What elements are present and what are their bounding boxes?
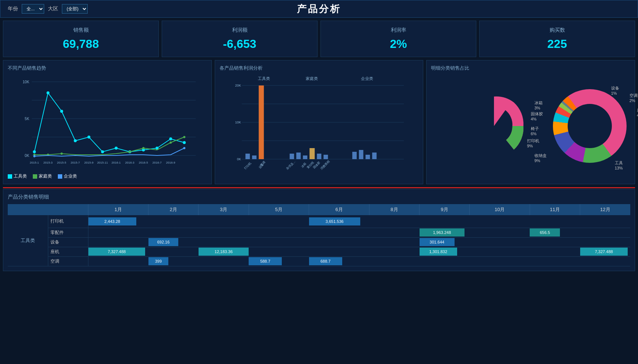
svg-point-30 [183,141,186,144]
svg-point-24 [101,150,104,153]
svg-text:10K: 10K [235,120,241,124]
svg-text:10K: 10K [23,80,29,84]
page-title: 产品分析 [297,3,341,15]
red-divider [3,187,635,188]
table-row: 设备 692.16 301.644 [8,237,630,247]
svg-point-29 [169,137,172,140]
line-chart-title: 不同产品销售趋势 [8,65,207,71]
region-label: 大区 [48,6,58,12]
svg-point-39 [183,147,185,149]
header: 年份 全... 大区 (全部) 产品分析 [0,0,638,18]
table-row: 零配件 1,963.248 656.5 [8,228,630,237]
svg-text:工具类: 工具类 [257,76,270,81]
col-9m: 9月 [420,204,470,215]
svg-text:2015-9: 2015-9 [84,161,94,164]
svg-rect-57 [309,148,315,159]
legend-home: 家庭类 [39,173,52,179]
col-category [8,204,48,215]
svg-point-21 [60,110,63,113]
year-label: 年份 [8,6,18,12]
svg-point-33 [60,153,63,155]
svg-point-20 [46,91,49,94]
svg-text:0K: 0K [237,157,241,161]
svg-rect-54 [290,154,294,159]
svg-rect-56 [303,155,307,159]
svg-text:2015-11: 2015-11 [97,161,108,164]
svg-point-25 [115,147,118,150]
svg-text:2015-3: 2015-3 [43,161,53,164]
svg-rect-62 [365,155,370,159]
svg-rect-60 [352,152,357,159]
bar-chart-title: 各产品销售利润分析 [220,65,419,71]
legend-tools: 工具类 [14,173,27,179]
svg-text:20K: 20K [235,84,241,87]
svg-rect-63 [372,153,376,159]
table-row: 空调 399 588.7 688.7 [8,256,630,266]
svg-text:2016-3: 2016-3 [125,161,134,164]
bar-chart-panel: 各产品销售利润分析 工具类 家庭类 企业类 20K 10K 0K [215,60,424,184]
col-11m: 11月 [530,204,580,215]
svg-point-38 [33,155,35,157]
svg-text:5K: 5K [25,117,29,121]
charts-row: 不同产品销售趋势 10K 5K 0K 2015-1 2015-3 2015-5 … [0,60,638,187]
cell-1m-printer: 2,443.28 [88,215,148,228]
region-select[interactable]: (全部) [62,4,88,14]
col-5m: 5月 [249,204,309,215]
kpi-card: 销售额 69,788 [3,21,159,57]
year-select[interactable]: 全... [22,4,44,14]
svg-point-35 [142,147,144,149]
svg-rect-51 [245,154,250,159]
table-title: 产品分类销售明细 [8,194,630,200]
svg-point-36 [169,141,172,144]
svg-rect-53 [259,85,264,159]
kpi-card: 购买数 225 [479,21,635,57]
line-chart-legend: 工具类 家庭类 企业类 [8,173,207,179]
svg-text:2016-7: 2016-7 [153,161,162,164]
svg-rect-58 [317,154,321,159]
svg-rect-52 [252,155,256,159]
svg-point-37 [183,136,185,138]
svg-text:家庭类: 家庭类 [305,76,318,81]
svg-text:2015-1: 2015-1 [30,161,39,164]
donut-chart: 设备1% 空调2% 冰箱3% 固体胶4% 椅子6% 打印机9% 收纳盒9% 工具… [431,74,630,178]
svg-text:0K: 0K [25,154,29,158]
kpi-card: 利润率 2% [320,21,476,57]
col-10m: 10月 [470,204,530,215]
svg-text:2015-5: 2015-5 [57,161,66,164]
category-tools: 工具类 [8,215,48,266]
svg-text:消费酒精: 消费酒精 [320,160,330,171]
svg-point-34 [129,151,131,153]
svg-text:企业类: 企业类 [361,76,373,81]
col-12m: 12月 [580,204,630,215]
kpi-row: 销售额 69,788 利润额 -6,653 利润率 2% 购买数 225 [0,18,638,60]
donut-chart-title: 明细分类销售占比 [431,65,630,71]
svg-text:打印机: 打印机 [243,162,252,171]
bar-chart: 工具类 家庭类 企业类 20K 10K 0K [220,74,419,178]
sub-deskphone: 座机 [48,247,88,256]
svg-point-19 [33,150,36,153]
table-row: 工具类 打印机 2,443.28 3,651.536 [8,215,630,228]
donut-chart-panel: 明细分类销售占比 设备1% 空调2% 冰箱3% [426,60,635,184]
filter-group: 年份 全... 大区 (全部) [8,4,88,14]
svg-rect-59 [323,155,328,159]
kpi-card: 利润额 -6,653 [162,21,318,57]
col-subcategory [48,204,88,215]
svg-text:2016-5: 2016-5 [139,161,148,164]
svg-point-23 [87,136,90,139]
sub-printer: 打印机 [48,215,88,228]
svg-text:2015-7: 2015-7 [71,161,80,164]
svg-text:2016-9: 2016-9 [166,161,175,164]
legend-enterprise: 企业类 [64,173,77,179]
col-8m: 8月 [369,204,419,215]
sub-parts: 零配件 [48,228,88,237]
col-3m: 3月 [199,204,249,215]
table-section: 产品分类销售明细 [3,189,635,271]
line-chart-panel: 不同产品销售趋势 10K 5K 0K 2015-1 2015-3 2015-5 … [3,60,212,184]
svg-point-22 [74,139,77,142]
svg-text:空调: 空调 [259,161,266,167]
col-2m: 2月 [148,204,199,215]
line-chart: 10K 5K 0K 2015-1 2015-3 2015-5 2015-7 20… [8,74,207,170]
table-row: 座机 7,327.488 12,183.36 1,301.832 [8,247,630,256]
col-1m: 1月 [88,204,148,215]
svg-rect-61 [359,150,363,159]
